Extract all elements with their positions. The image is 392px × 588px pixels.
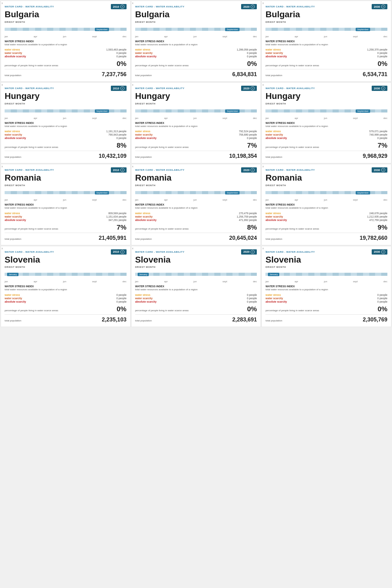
close-icon[interactable]: x — [2, 165, 3, 168]
driest-month-label: DRIEST MONTH — [135, 184, 257, 187]
wsi-title: WATER STRESS INDEX — [135, 285, 257, 288]
driest-bar — [265, 273, 387, 276]
absolute-scarcity-value: 0 people — [377, 55, 387, 58]
info-icon[interactable]: i — [381, 86, 385, 90]
info-icon[interactable]: i — [381, 250, 385, 254]
water-scarcity-value: 740,999 people — [369, 133, 387, 136]
bar-cell — [284, 28, 290, 31]
bar-cell — [202, 191, 208, 194]
bar-cell — [214, 191, 220, 194]
pct-value: 8% — [117, 142, 127, 149]
water-stress-row: water stress 0 people — [265, 293, 387, 296]
driest-bar-wrapper: September — [265, 109, 387, 112]
close-icon[interactable]: x — [2, 83, 3, 86]
month-dec: dec — [253, 117, 257, 120]
water-scarcity-value: 0 people — [116, 51, 127, 55]
bar-cell — [284, 109, 290, 112]
bar-cell — [78, 273, 84, 276]
water-scarcity-row: water scarcity 1,212,935 people — [265, 215, 387, 218]
bar-cell — [166, 109, 172, 112]
month-jun: jun — [324, 198, 327, 201]
close-icon[interactable]: x — [2, 2, 3, 5]
month-dec: dec — [123, 280, 127, 283]
water-stress-label: water stress — [135, 293, 151, 296]
bar-cell — [278, 109, 284, 112]
bar-cell — [160, 28, 166, 31]
card-header-label: WATER CARD - WATER AVAILABILITY — [5, 87, 54, 90]
bar-cell — [284, 273, 290, 276]
close-icon[interactable]: x — [132, 2, 134, 5]
close-icon[interactable]: x — [262, 83, 264, 86]
info-icon[interactable]: i — [120, 168, 124, 172]
info-icon[interactable]: i — [251, 86, 255, 90]
bar-cell — [84, 273, 90, 276]
bar-cell — [5, 28, 11, 31]
month-dec: dec — [383, 198, 387, 201]
month-sept: sept — [92, 35, 97, 38]
month-labels: jan apr jun sept dec — [265, 198, 387, 201]
bar-cell — [265, 28, 272, 31]
bar-cell — [108, 191, 114, 194]
bar-cell — [326, 28, 333, 31]
card-header: WATER CARD - WATER AVAILABILITY 2030 i — [265, 4, 387, 9]
absolute-scarcity-label: absolute scarcity — [135, 300, 156, 303]
total-pop-value: 19,782,660 — [360, 235, 387, 241]
wsi-desc: total water resources available to a pop… — [135, 43, 257, 46]
close-icon[interactable]: x — [262, 2, 264, 5]
bar-cell — [66, 109, 72, 112]
month-labels: jan apr jun sept dec — [5, 280, 127, 283]
wsi-desc: total water resources available to a pop… — [265, 206, 387, 210]
bar-cell — [214, 109, 220, 112]
bar-cell — [190, 109, 196, 112]
month-jun: jun — [324, 35, 327, 38]
wsi-desc: total water resources available to a pop… — [265, 288, 387, 291]
water-stress-row: water stress 792,524 people — [135, 130, 257, 133]
country-name: Slovenia — [135, 255, 257, 265]
info-icon[interactable]: i — [120, 86, 124, 90]
driest-month-label: DRIEST MONTH — [5, 266, 127, 268]
info-icon[interactable]: i — [381, 5, 385, 9]
absolute-scarcity-label: absolute scarcity — [265, 300, 287, 303]
bar-cell — [72, 28, 78, 31]
water-scarcity-value: 0 people — [247, 297, 257, 300]
total-pop-row: total population 7,237,756 — [5, 69, 127, 78]
info-icon[interactable]: i — [120, 250, 124, 254]
wsi-desc: total water resources available to a pop… — [5, 43, 127, 46]
driest-bar-wrapper: January — [5, 273, 127, 276]
absolute-scarcity-value: 0 people — [247, 137, 257, 140]
month-dec: dec — [123, 35, 127, 38]
month-apr: apr — [164, 280, 168, 283]
bar-cell — [381, 273, 387, 276]
absolute-scarcity-value: 0 people — [377, 137, 387, 140]
close-icon[interactable]: x — [132, 247, 134, 250]
bar-cell — [29, 273, 35, 276]
driest-month-marker: January — [7, 273, 18, 276]
info-icon[interactable]: i — [381, 168, 385, 172]
info-icon[interactable]: i — [251, 168, 255, 172]
bar-cell — [41, 109, 47, 112]
pct-value: 8% — [247, 224, 257, 231]
pct-label: percentage of people living in water sca… — [135, 64, 189, 67]
info-icon[interactable]: i — [251, 250, 255, 254]
close-icon[interactable]: x — [2, 247, 3, 250]
bar-cell — [178, 28, 184, 31]
total-pop-label: total population — [5, 74, 21, 77]
bar-cell — [166, 28, 172, 31]
absolute-scarcity-row: absolute scarcity 0 people — [265, 55, 387, 58]
absolute-scarcity-row: absolute scarcity 0 people — [135, 55, 257, 58]
water-scarcity-label: water scarcity — [135, 133, 153, 136]
info-icon[interactable]: i — [120, 5, 124, 9]
pct-value: 0% — [378, 306, 387, 312]
close-icon[interactable]: x — [132, 83, 134, 86]
close-icon[interactable]: x — [262, 247, 264, 250]
bar-cell — [196, 273, 202, 276]
year-value: 2020 — [243, 5, 249, 8]
country-name: Romania — [135, 173, 257, 183]
year-badge: 2030 i — [372, 4, 387, 9]
bar-cell — [23, 109, 29, 112]
year-value: 2010 — [113, 5, 119, 8]
info-icon[interactable]: i — [251, 5, 255, 9]
close-icon[interactable]: x — [262, 165, 264, 168]
close-icon[interactable]: x — [132, 165, 134, 168]
water-stress-label: water stress — [5, 48, 20, 51]
